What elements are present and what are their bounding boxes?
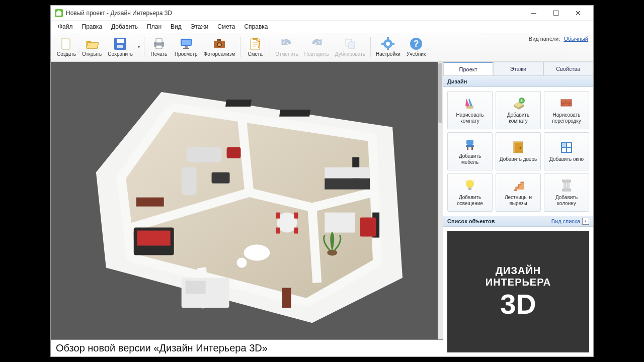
- open-button[interactable]: Открыть: [79, 36, 105, 58]
- settings-button[interactable]: Настройки: [373, 36, 404, 58]
- svg-rect-44: [325, 167, 370, 178]
- svg-rect-91: [562, 180, 571, 182]
- undo-icon: [280, 37, 293, 50]
- add-furniture-button[interactable]: Добавить мебель: [447, 132, 493, 170]
- svg-rect-41: [182, 167, 197, 195]
- pencil-icon: [463, 96, 477, 110]
- panel-mode-link[interactable]: Обычный: [564, 36, 588, 42]
- save-dropdown-icon[interactable]: ▼: [136, 45, 142, 49]
- video-caption: Обзор новой версии «Дизайн Интерьера 3D»: [51, 339, 443, 356]
- svg-rect-12: [182, 40, 191, 45]
- svg-rect-43: [227, 147, 241, 158]
- svg-rect-75: [467, 147, 468, 150]
- undo-button[interactable]: Отменить: [272, 36, 301, 58]
- add-lighting-button[interactable]: Добавить освещение: [447, 173, 493, 212]
- svg-rect-49: [276, 213, 280, 219]
- menu-add[interactable]: Добавить: [107, 22, 142, 31]
- app-icon: [55, 9, 63, 17]
- svg-rect-1: [56, 13, 61, 16]
- preview-button[interactable]: Просмотр: [172, 36, 201, 58]
- menu-estimate[interactable]: Смета: [213, 22, 239, 31]
- bulb-icon: [463, 178, 477, 193]
- svg-rect-71: [561, 103, 563, 106]
- svg-line-87: [473, 180, 474, 182]
- toolbar-separator: [370, 37, 371, 57]
- letterbox-left: [0, 0, 50, 362]
- column-icon: [559, 178, 574, 193]
- svg-rect-70: [564, 103, 569, 106]
- workarea: Обзор новой версии «Дизайн Интерьера 3D»…: [51, 62, 593, 356]
- menu-edit[interactable]: Правка: [78, 22, 107, 31]
- titlebar[interactable]: Новый проект - Дизайн Интерьера 3D ─ ☐ ✕: [51, 6, 593, 21]
- open-label: Открыть: [82, 51, 102, 57]
- duplicate-button[interactable]: Дублировать: [332, 36, 368, 58]
- tab-properties[interactable]: Свойства: [543, 62, 593, 75]
- svg-point-84: [466, 180, 474, 188]
- save-icon: [114, 37, 127, 50]
- svg-rect-68: [561, 100, 566, 103]
- stairs-icon: [511, 178, 525, 193]
- draw-room-button[interactable]: Нарисовать комнату: [447, 91, 493, 129]
- svg-rect-92: [562, 189, 571, 191]
- add-column-button[interactable]: Добавить колонну: [544, 173, 589, 212]
- add-window-button[interactable]: Добавить окно: [544, 132, 589, 170]
- svg-rect-25: [349, 42, 355, 49]
- new-file-icon: [60, 37, 73, 50]
- menu-plan[interactable]: План: [143, 22, 166, 31]
- add-room-button[interactable]: + Добавить комнату: [496, 91, 541, 129]
- photoreal-button[interactable]: Фотореализм: [201, 36, 238, 58]
- sidebar: Проект Этажи Свойства Дизайн Нарисовать …: [443, 62, 593, 356]
- list-view-link[interactable]: Вид списка: [551, 218, 580, 224]
- minimize-button[interactable]: ─: [523, 6, 545, 21]
- settings-label: Настройки: [376, 51, 400, 57]
- svg-rect-18: [217, 39, 221, 41]
- window-icon: [559, 140, 574, 154]
- svg-rect-29: [387, 48, 389, 50]
- app-window: Новый проект - Дизайн Интерьера 3D ─ ☐ ✕…: [50, 5, 594, 357]
- menu-view[interactable]: Вид: [167, 22, 186, 31]
- draw-partition-button[interactable]: Нарисовать перегородку: [544, 91, 589, 129]
- svg-line-86: [465, 180, 467, 182]
- letterbox-right: [594, 0, 644, 362]
- svg-rect-83: [562, 143, 566, 147]
- tab-project[interactable]: Проект: [443, 62, 493, 75]
- svg-rect-45: [325, 178, 370, 190]
- svg-rect-88: [564, 182, 569, 190]
- toolbar-separator: [270, 37, 270, 57]
- print-button[interactable]: Печать: [146, 36, 172, 58]
- svg-rect-56: [137, 231, 171, 246]
- estimate-button[interactable]: Смета: [243, 36, 268, 58]
- svg-rect-50: [294, 213, 298, 219]
- svg-rect-30: [381, 43, 384, 45]
- menu-help[interactable]: Справка: [240, 22, 272, 31]
- stairs-button[interactable]: Лестницы и вырезы: [496, 173, 541, 212]
- photoreal-label: Фотореализм: [204, 51, 235, 57]
- menubar: Файл Правка Добавить План Вид Этажи Смет…: [51, 21, 593, 33]
- viewport-3d[interactable]: Обзор новой версии «Дизайн Интерьера 3D»: [51, 62, 443, 356]
- help-button[interactable]: ? Учебник: [404, 36, 429, 58]
- save-button[interactable]: Сохранить: [105, 36, 136, 58]
- svg-rect-10: [156, 45, 162, 49]
- svg-rect-69: [567, 100, 572, 103]
- preview-label: Просмотр: [175, 51, 198, 57]
- create-button[interactable]: Создать: [54, 36, 79, 58]
- monitor-icon: [180, 37, 193, 50]
- svg-rect-51: [276, 228, 280, 234]
- svg-rect-31: [392, 43, 394, 45]
- add-door-button[interactable]: Добавить дверь: [496, 132, 541, 170]
- svg-rect-36: [225, 100, 252, 107]
- maximize-button[interactable]: ☐: [545, 6, 567, 21]
- printer-icon: [152, 37, 166, 50]
- estimate-label: Смета: [248, 51, 262, 57]
- redo-button[interactable]: Повторить: [301, 36, 332, 58]
- list-view-toggle-icon[interactable]: ▪: [582, 218, 589, 225]
- svg-rect-6: [117, 39, 124, 43]
- viewport-scrollbar[interactable]: [438, 62, 443, 356]
- gear-icon: [381, 37, 394, 50]
- tab-floors[interactable]: Этажи: [493, 62, 543, 75]
- svg-point-53: [244, 245, 270, 261]
- menu-floors[interactable]: Этажи: [187, 22, 212, 31]
- close-button[interactable]: ✕: [567, 6, 589, 21]
- floorplan-render: [51, 62, 443, 343]
- menu-file[interactable]: Файл: [54, 22, 77, 31]
